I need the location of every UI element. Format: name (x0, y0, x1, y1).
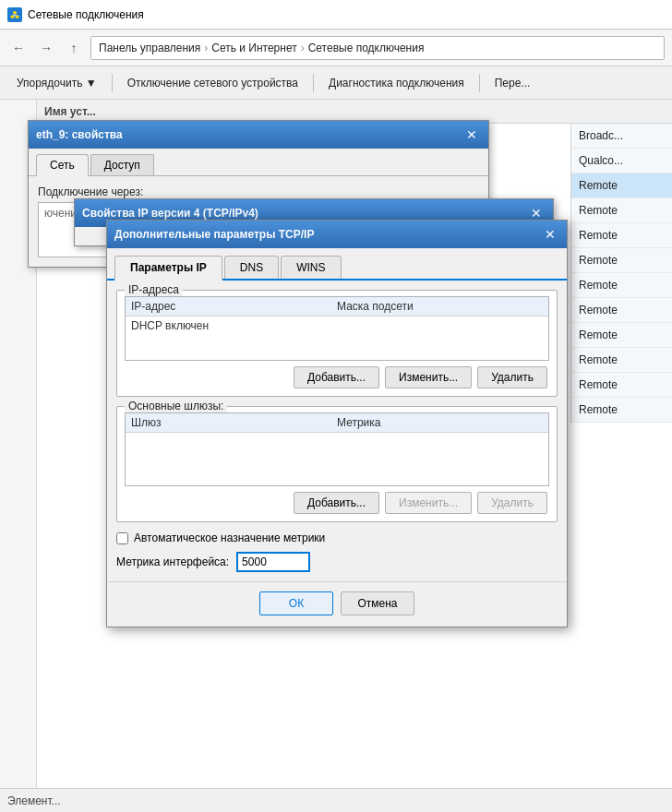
network-connections-icon (7, 7, 22, 22)
path-part-3: Сетевые подключения (308, 42, 425, 54)
tab-network[interactable]: Сеть (36, 154, 89, 176)
main-window-title: Сетевые подключения (28, 8, 144, 21)
gateway-delete-button[interactable]: Удалить (477, 492, 547, 514)
ip-edit-button[interactable]: Изменить... (385, 366, 472, 388)
ip-addresses-label: IP-адреса (125, 283, 183, 296)
dialog-tcp-main: Дополнительные параметры TCP/IP ✕ Параме… (106, 220, 568, 627)
list-item-broadcom[interactable]: Broadc... (571, 124, 672, 149)
interface-metric-row: Метрика интерфейса: (116, 552, 558, 572)
svg-rect-1 (16, 15, 19, 18)
path-part-1: Панель управления (99, 42, 200, 54)
gateway-edit-button[interactable]: Изменить... (385, 492, 472, 514)
gateway-add-button[interactable]: Добавить... (294, 492, 379, 514)
up-button[interactable]: ↑ (63, 37, 85, 59)
status-text: Элемент... (7, 794, 61, 807)
dialog-tcp-tabs: Параметры IP DNS WINS (107, 248, 567, 281)
list-item-remote-8[interactable]: Remote (571, 348, 672, 373)
tab-access[interactable]: Доступ (90, 154, 154, 175)
gateways-empty-area (126, 433, 548, 479)
metric-col-header: Метрика (337, 416, 543, 429)
list-item-remote-6[interactable]: Remote (571, 298, 672, 323)
ok-button[interactable]: ОК (259, 591, 333, 615)
list-item-remote-10[interactable]: Remote (571, 398, 672, 423)
toolbar-separator-3 (479, 74, 480, 92)
ip-delete-button[interactable]: Удалить (477, 366, 547, 388)
list-item-remote-3[interactable]: Remote (571, 223, 672, 248)
toolbar: Упорядочить ▼ Отключение сетевого устрой… (0, 66, 672, 100)
main-titlebar: Сетевые подключения (0, 0, 672, 30)
list-item-remote-2[interactable]: Remote (571, 198, 672, 223)
ip-addresses-group: IP-адреса IP-адрес Маска подсети DHCP вк… (116, 290, 558, 397)
list-item-remote-9[interactable]: Remote (571, 373, 672, 398)
dialog-eth-sublabel: Подключение через: (38, 185, 479, 198)
gateways-label: Основные шлюзы: (125, 400, 227, 412)
more-button[interactable]: Пере... (486, 70, 540, 96)
cancel-button[interactable]: Отмена (341, 591, 414, 615)
auto-metric-row: Автоматическое назначение метрики (116, 531, 558, 544)
ip-dhcp-cell: DHCP включен (131, 319, 337, 332)
dialog-tcp-footer: ОК Отмена (107, 581, 567, 627)
organize-button[interactable]: Упорядочить ▼ (7, 70, 106, 96)
gateways-group: Основные шлюзы: Шлюз Метрика Добавить...… (116, 406, 558, 522)
toolbar-separator-1 (112, 74, 113, 92)
toolbar-separator-2 (313, 74, 314, 92)
dialog-ip-title: Свойства IP версии 4 (TCP/IPv4) (82, 207, 258, 220)
gateway-buttons-row: Добавить... Изменить... Удалить (125, 492, 549, 514)
auto-metric-checkbox[interactable] (116, 532, 128, 544)
gateways-table-header: Шлюз Метрика (126, 413, 548, 433)
tab-dns[interactable]: DNS (224, 256, 279, 279)
remote-items-list: Broadc... Qualco... Remote Remote Remote… (570, 124, 672, 423)
list-item-qualcom[interactable]: Qualco... (571, 149, 672, 173)
ip-buttons-row: Добавить... Изменить... Удалить (125, 366, 549, 388)
svg-rect-2 (13, 11, 17, 14)
dialog-tcp-title: Дополнительные параметры TCP/IP (114, 228, 314, 241)
diagnose-button[interactable]: Диагностика подключения (319, 70, 474, 96)
dialog-tcp-titlebar: Дополнительные параметры TCP/IP ✕ (107, 221, 567, 248)
dialog-eth-tabs: Сеть Доступ (29, 149, 488, 176)
gateway-col-header: Шлюз (131, 416, 337, 429)
dialog-eth-close-button[interactable]: ✕ (462, 125, 481, 144)
address-path[interactable]: Панель управления › Сеть и Интернет › Се… (90, 36, 665, 60)
interface-metric-input[interactable] (236, 552, 310, 572)
subnet-col-header: Маска подсети (337, 300, 543, 313)
dialog-eth-title: eth_9: свойства (36, 128, 123, 141)
ip-subnet-cell (337, 319, 543, 332)
list-item-remote-1[interactable]: Remote (571, 173, 672, 198)
gateways-table[interactable]: Шлюз Метрика (125, 412, 549, 486)
list-item-remote-4[interactable]: Remote (571, 248, 672, 273)
ip-table-row-1[interactable]: DHCP включен (126, 316, 548, 335)
ip-add-button[interactable]: Добавить... (294, 366, 379, 388)
interface-metric-label: Метрика интерфейса: (116, 555, 229, 568)
path-sep-1: › (204, 42, 208, 54)
list-item-remote-7[interactable]: Remote (571, 323, 672, 348)
disable-device-button[interactable]: Отключение сетевого устройства (118, 70, 307, 96)
back-button[interactable]: ← (7, 37, 30, 59)
path-sep-2: › (301, 42, 305, 54)
tab-ip-params[interactable]: Параметры IP (114, 256, 222, 281)
dialog-tcp-close-button[interactable]: ✕ (541, 225, 559, 244)
status-bar: Элемент... (0, 788, 672, 812)
address-bar: ← → ↑ Панель управления › Сеть и Интерне… (0, 30, 672, 66)
forward-button[interactable]: → (35, 37, 57, 59)
ip-col-header: IP-адрес (131, 300, 337, 313)
path-part-2: Сеть и Интернет (211, 42, 296, 54)
dialog-eth-titlebar: eth_9: свойства ✕ (29, 121, 488, 149)
list-item-remote-5[interactable]: Remote (571, 273, 672, 298)
ip-addresses-table[interactable]: IP-адрес Маска подсети DHCP включен (125, 296, 549, 361)
svg-rect-0 (11, 15, 15, 18)
ip-table-header: IP-адрес Маска подсети (126, 297, 548, 316)
name-column-header: Имя уст... (44, 105, 96, 118)
tab-wins[interactable]: WINS (281, 256, 341, 279)
auto-metric-label: Автоматическое назначение метрики (134, 531, 325, 544)
